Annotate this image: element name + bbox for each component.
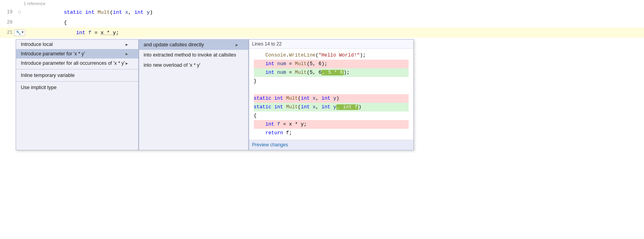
menu-item-introduce-local-label: Introduce local	[21, 42, 53, 47]
preview-line-4: }	[254, 77, 409, 86]
preview-line-blank	[254, 86, 409, 94]
preview-changes-link[interactable]: Preview changes	[252, 142, 288, 148]
preview-line-7: {	[254, 111, 409, 120]
refactor-icon-container: 🔧▼	[16, 29, 24, 36]
preview-line-5: static int Mult(int x, int y)	[254, 94, 409, 103]
preview-code-area: Console.WriteLine("Hello World!"); int n…	[249, 49, 413, 140]
menu-item-inline-temp-label: Inline temporary variable	[21, 73, 75, 78]
preview-title: Lines 14 to 22	[249, 40, 413, 49]
reference-hint: 1 reference	[0, 0, 644, 7]
menu-item-introduce-param-all-label: Introduce parameter for all occurrences …	[21, 60, 125, 66]
submenu-item-extracted-method-label: into extracted method to invoke at calls…	[144, 52, 237, 58]
preview-footer: Preview changes	[249, 140, 413, 150]
submenu-item-new-overload[interactable]: into new overload of 'x * y'	[139, 60, 248, 70]
preview-line-3: int num = Mult(5, 6, 5 * 6);	[254, 68, 409, 77]
line-num-20: 20	[0, 20, 16, 25]
highlight-new-param: , 5 * 6	[321, 70, 344, 75]
submenu-item-update-callsites-label: and update callsites directly	[144, 42, 204, 47]
submenu-item-new-overload-label: into new overload of 'x * y'	[144, 62, 200, 68]
code-line-19: 19 □ static int Mult(int x, int y)	[0, 7, 644, 17]
collapse-btn-19[interactable]: □	[16, 10, 24, 15]
menus-overlay: Introduce local ► Introduce parameter fo…	[16, 39, 414, 150]
menu-item-introduce-local[interactable]: Introduce local ►	[16, 40, 138, 49]
menu-item-use-implicit[interactable]: Use implicit type	[16, 83, 138, 92]
preview-line-1: Console.WriteLine("Hello World!");	[254, 51, 409, 60]
menu-item-inline-temp[interactable]: Inline temporary variable	[16, 71, 138, 80]
menu-separator-2	[16, 81, 138, 82]
menu-item-introduce-param[interactable]: Introduce parameter for 'x * y' ►	[16, 49, 138, 58]
line-num-21: 21	[0, 30, 16, 35]
code-editor: 1 reference 19 □ static int Mult(int x, …	[0, 0, 644, 38]
submenu-item-extracted-method[interactable]: into extracted method to invoke at calls…	[139, 50, 248, 60]
code-line-20: 20 {	[0, 17, 644, 27]
menu-item-introduce-param-label: Introduce parameter for 'x * y'	[21, 51, 85, 57]
code-line-21: 21 🔧▼ int f = x * y;	[0, 27, 644, 38]
submenu-arrow-callsites: ►	[235, 43, 239, 47]
submenu-arrow-1: ►	[125, 42, 129, 47]
main-container: 1 reference 19 □ static int Mult(int x, …	[0, 0, 644, 239]
submenu-item-update-callsites[interactable]: and update callsites directly ►	[139, 40, 248, 50]
submenu-arrow-2: ►	[125, 52, 129, 56]
preview-line-8: int f = x * y;	[254, 120, 409, 129]
code-content-21: int f = x * y;	[24, 30, 644, 36]
submenu: and update callsites directly ► into ext…	[139, 39, 249, 150]
line-num-19: 19	[0, 9, 16, 15]
menu-item-use-implicit-label: Use implicit type	[21, 85, 57, 90]
preview-line-2: int num = Mult(5, 6);	[254, 60, 409, 68]
submenu-arrow-3: ►	[125, 61, 129, 66]
preview-line-9: return f;	[254, 129, 409, 137]
menu-item-introduce-param-all[interactable]: Introduce parameter for all occurrences …	[16, 58, 138, 68]
menu-separator-1	[16, 69, 138, 69]
context-menu: Introduce local ► Introduce parameter fo…	[16, 39, 139, 150]
code-content-20: {	[24, 20, 644, 26]
highlight-new-overload-param: , int f	[336, 104, 359, 110]
preview-line-6: static int Mult(int x, int y, int f)	[254, 103, 409, 111]
preview-panel: Lines 14 to 22 Console.WriteLine("Hello …	[249, 39, 414, 150]
code-content-19: static int Mult(int x, int y)	[24, 9, 644, 15]
